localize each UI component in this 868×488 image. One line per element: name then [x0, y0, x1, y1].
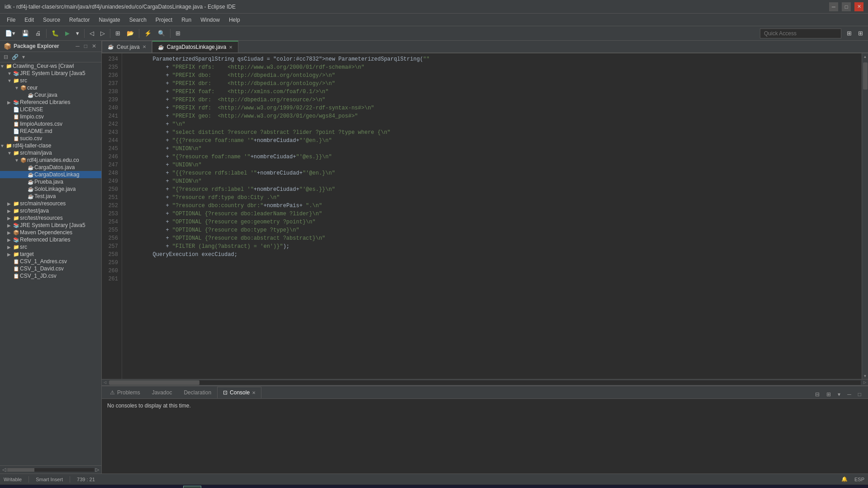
vscode-btn[interactable]: ◇ [165, 486, 183, 488]
open-resource[interactable]: 📂 [124, 28, 137, 39]
search-taskbar-btn[interactable]: 🔍 [20, 486, 38, 488]
close-button[interactable]: ✕ [854, 2, 863, 11]
explorer2-btn[interactable]: 📁 [129, 486, 147, 488]
bottom-panel-btn3[interactable]: ▾ [835, 390, 843, 398]
tree-item[interactable]: ☕Test.java [0, 193, 101, 200]
menu-edit[interactable]: Edit [20, 15, 38, 25]
quick-access-input[interactable] [760, 28, 841, 38]
h-scroll-right-btn[interactable]: ▷ [862, 379, 868, 386]
menu-source[interactable]: Source [38, 15, 65, 25]
h-scroll-track[interactable] [109, 380, 861, 385]
menu-refactor[interactable]: Refactor [65, 15, 94, 25]
ref-btn[interactable]: ⚡ [142, 28, 154, 39]
pkg-menu-btn[interactable]: ▾ [21, 53, 26, 61]
toolbar-extra2[interactable]: ⊞ [855, 28, 866, 39]
console-tab-close[interactable]: ✕ [252, 390, 256, 395]
search-toolbar-btn[interactable]: 🔍 [155, 28, 168, 39]
tree-item[interactable]: 📋CSV_1_JD.csv [0, 272, 101, 280]
menu-file[interactable]: File [2, 15, 20, 25]
toolbar-extra1[interactable]: ⊞ [844, 28, 854, 39]
menu-window[interactable]: Window [196, 15, 224, 25]
package-tree[interactable]: ▼📁Crawling_Ceur-ws [Crawl▼📚JRE System Li… [0, 62, 101, 465]
menu-run[interactable]: Run [177, 15, 196, 25]
prev-edit[interactable]: ◁ [87, 28, 97, 39]
menu-project[interactable]: Project [151, 15, 177, 25]
mail-btn[interactable]: ✉ [93, 486, 111, 488]
panel-minimize-btn[interactable]: ─ [74, 43, 81, 50]
task-view-btn[interactable]: ⊟ [38, 486, 57, 488]
tab-declaration[interactable]: Declaration [178, 387, 217, 398]
ie-btn[interactable]: 🔵 [147, 486, 165, 488]
h-scroll-left-btn[interactable]: ◁ [102, 379, 108, 386]
tree-item[interactable]: 📋limpioAutores.csv [0, 120, 101, 128]
tree-item[interactable]: ▶📚JRE System Library [Java5 [0, 222, 101, 229]
discord-btn[interactable]: 💬 [111, 486, 129, 488]
tab-ceur-close[interactable]: ✕ [142, 44, 146, 49]
scroll-arrow-up[interactable]: ▲ [862, 53, 868, 60]
save-button[interactable]: 💾 [19, 28, 32, 39]
tree-item[interactable]: ▶📁src [0, 243, 101, 251]
menu-search[interactable]: Search [125, 15, 151, 25]
tree-item[interactable]: ▼📁Crawling_Ceur-ws [Crawl [0, 62, 101, 70]
bottom-panel-btn2[interactable]: ⊞ [824, 390, 833, 398]
scroll-thumb[interactable] [863, 62, 868, 90]
run-dropdown[interactable]: ▾ [73, 28, 82, 39]
edge-btn[interactable]: 🌐 [75, 486, 93, 488]
tree-item[interactable]: 📋limpio.csv [0, 113, 101, 120]
vertical-scrollbar[interactable]: ▲ ▼ [862, 53, 868, 379]
tree-item[interactable]: ▶📚Referenced Libraries [0, 99, 101, 106]
tab-ceur-java[interactable]: ☕ Ceur.java ✕ [102, 41, 152, 52]
tree-item[interactable]: 📋sucio.csv [0, 135, 101, 142]
terminal-btn[interactable]: ⚙ [201, 486, 219, 488]
h-scroll-thumb[interactable] [109, 380, 199, 385]
new-button[interactable]: 📄▾ [2, 28, 18, 39]
tree-item[interactable]: ▼📚JRE System Library [Java5 [0, 70, 101, 77]
tab-problems[interactable]: ⚠ Problems [104, 387, 146, 398]
collapse-all-btn[interactable]: ⊟ [2, 53, 9, 61]
code-editor[interactable]: 2342352362372382392402412422432442452462… [102, 53, 868, 379]
tree-item[interactable]: ☕Ceur.java [0, 91, 101, 99]
panel-maximize-btn[interactable]: □ [83, 43, 89, 50]
maximize-button[interactable]: □ [842, 2, 851, 11]
tree-item[interactable]: 📋CSV_1_David.csv [0, 265, 101, 272]
bottom-panel-btn4[interactable]: ─ [845, 390, 854, 398]
bottom-panel-btn5[interactable]: □ [856, 390, 863, 398]
print-button[interactable]: 🖨 [33, 28, 44, 39]
tree-item[interactable]: ▼📁rdf4j-taller-clase [0, 142, 101, 149]
tree-item[interactable]: 📄LICENSE [0, 106, 101, 113]
tree-item[interactable]: ▶📦Maven Dependencies [0, 229, 101, 236]
tree-item[interactable]: ▶📁src/main/resources [0, 200, 101, 207]
tab-console[interactable]: ⊡ Console ✕ [217, 387, 261, 398]
eclipse-btn[interactable]: ☀ [183, 486, 201, 488]
tab-cargadatos-java[interactable]: ☕ CargaDatosLinkage.java ✕ [152, 41, 238, 52]
tree-item[interactable]: ▼📁src [0, 77, 101, 84]
scroll-left-btn[interactable]: ◁ [2, 467, 6, 473]
menu-help[interactable]: Help [224, 15, 245, 25]
tree-item[interactable]: ▶📚Referenced Libraries [0, 236, 101, 243]
tree-item[interactable]: ☕SoloLinkage.java [0, 185, 101, 193]
tree-item[interactable]: 📄README.md [0, 128, 101, 135]
panel-close-btn[interactable]: ✕ [90, 43, 98, 50]
tree-item[interactable]: 📋CSV_1_Andres.csv [0, 258, 101, 265]
tab-cargadatos-close[interactable]: ✕ [229, 45, 232, 50]
debug-button[interactable]: 🐛 [49, 28, 62, 39]
run-button[interactable]: ▶ [62, 28, 72, 39]
menu-navigate[interactable]: Navigate [94, 15, 124, 25]
tree-item[interactable]: ▶📁target [0, 251, 101, 258]
horizontal-scrollbar[interactable]: ◁ ▷ [102, 379, 868, 385]
excel-btn[interactable]: 📊 [219, 486, 237, 488]
tree-item[interactable]: ▼📦ceur [0, 84, 101, 91]
link-editor-btn[interactable]: 🔗 [10, 53, 20, 61]
db-btn[interactable]: 🗄 [237, 486, 256, 488]
tree-item[interactable]: ▶📁src/test/resources [0, 214, 101, 222]
scroll-right-btn[interactable]: ▷ [95, 467, 99, 473]
scroll-arrow-down[interactable]: ▼ [862, 373, 868, 379]
tree-item[interactable]: ☕Prueba.java [0, 178, 101, 185]
start-button[interactable]: ⊞ [2, 486, 20, 488]
explorer-btn[interactable]: 🗂 [57, 486, 75, 488]
perspective-btn[interactable]: ⊞ [173, 28, 183, 39]
next-edit[interactable]: ▷ [98, 28, 108, 39]
tree-item[interactable]: ☕CargaDatos.java [0, 164, 101, 171]
tree-item[interactable]: ▼📁src/main/java [0, 149, 101, 156]
minimize-button[interactable]: ─ [829, 2, 838, 11]
